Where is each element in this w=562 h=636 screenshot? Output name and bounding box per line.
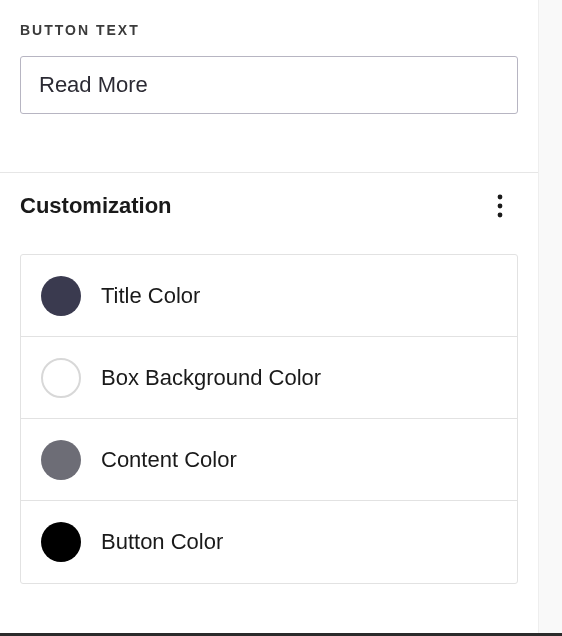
color-label: Title Color (101, 283, 200, 309)
svg-point-0 (498, 195, 503, 200)
customization-title: Customization (20, 193, 172, 219)
svg-point-1 (498, 204, 503, 209)
kebab-icon (497, 194, 503, 218)
button-text-label: BUTTON TEXT (20, 22, 518, 38)
customization-color-list: Title Color Box Background Color Content… (20, 254, 518, 584)
svg-point-2 (498, 213, 503, 218)
color-row-content-color[interactable]: Content Color (21, 419, 517, 501)
color-label: Box Background Color (101, 365, 321, 391)
color-swatch (41, 358, 81, 398)
color-swatch (41, 440, 81, 480)
color-row-button-color[interactable]: Button Color (21, 501, 517, 583)
color-swatch (41, 522, 81, 562)
settings-panel: BUTTON TEXT Customization Title Color Bo… (0, 0, 538, 636)
section-divider (0, 172, 542, 173)
color-label: Content Color (101, 447, 237, 473)
button-text-input[interactable] (20, 56, 518, 114)
color-swatch (41, 276, 81, 316)
more-options-button[interactable] (482, 188, 518, 224)
color-row-box-background-color[interactable]: Box Background Color (21, 337, 517, 419)
button-text-section: BUTTON TEXT (0, 0, 538, 144)
color-label: Button Color (101, 529, 223, 555)
scrollbar-track[interactable] (538, 0, 562, 636)
customization-header: Customization (0, 162, 538, 254)
color-row-title-color[interactable]: Title Color (21, 255, 517, 337)
